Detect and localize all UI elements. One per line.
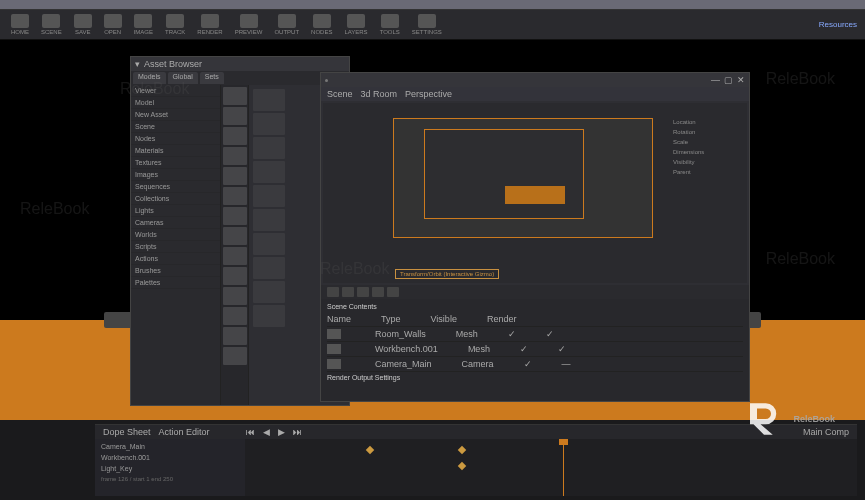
asset-thumb-large[interactable] [253,113,285,135]
asset-thumb-large[interactable] [253,233,285,255]
toolbar-btn[interactable]: NODES [308,13,335,36]
toolbar-btn[interactable]: PREVIEW [232,13,266,36]
tab-actioneditor[interactable]: Action Editor [159,427,210,437]
toolbar-btn[interactable]: IMAGE [131,13,156,36]
tree-item[interactable]: Viewer [131,85,220,97]
tree-item[interactable]: Lights [131,205,220,217]
timeline-track-area[interactable] [245,439,857,496]
prop-row[interactable]: Dimensions [671,148,743,156]
track-item[interactable]: Camera_Main [97,441,243,452]
3d-viewport[interactable]: Transform/Orbit (Interactive Gizmo) Loca… [323,103,747,283]
transport-back-icon[interactable]: ◀ [263,427,270,437]
list-item[interactable]: Workbench.001Mesh✓✓ [327,342,743,357]
tree-item[interactable]: Cameras [131,217,220,229]
toolbar-btn[interactable]: SETTINGS [409,13,445,36]
list-header: Name Type Visible Render [327,312,743,327]
asset-thumb-large[interactable] [253,89,285,111]
tree-item[interactable]: Worlds [131,229,220,241]
tab-models[interactable]: Models [133,72,166,84]
transport-last-icon[interactable]: ⏭ [293,427,302,437]
window-menu-icon[interactable] [325,79,328,82]
toolbar-btn[interactable]: TOOLS [377,13,403,36]
asset-thumb[interactable] [223,87,247,105]
crumb[interactable]: Perspective [405,89,452,99]
asset-thumb[interactable] [223,187,247,205]
asset-thumb-large[interactable] [253,137,285,159]
tree-item[interactable]: Collections [131,193,220,205]
close-icon[interactable]: ✕ [737,75,745,85]
asset-thumb[interactable] [223,127,247,145]
tree-item[interactable]: New Asset [131,109,220,121]
asset-thumb[interactable] [223,307,247,325]
prop-row[interactable]: Visibility [671,158,743,166]
tree-item[interactable]: Images [131,169,220,181]
asset-thumb[interactable] [223,107,247,125]
keyframe-icon[interactable] [458,446,466,454]
shading-icon[interactable] [387,287,399,297]
asset-thumb-large[interactable] [253,209,285,231]
toolbar-btn[interactable]: HOME [8,13,32,36]
scale-tool-icon[interactable] [357,287,369,297]
asset-thumb[interactable] [223,147,247,165]
transport-play-icon[interactable]: ▶ [278,427,285,437]
tree-item[interactable]: Scripts [131,241,220,253]
tree-item[interactable]: Scene [131,121,220,133]
minimize-icon[interactable]: — [711,75,720,85]
resources-link[interactable]: Resources [819,20,857,29]
asset-thumb[interactable] [223,327,247,345]
tree-item[interactable]: Sequences [131,181,220,193]
toolbar-btn[interactable]: TRACK [162,13,188,36]
workbench-mesh[interactable] [505,186,565,204]
playhead[interactable] [563,439,564,496]
snap-icon[interactable] [372,287,384,297]
track-item[interactable]: Light_Key [97,463,243,474]
tab-dopesheet[interactable]: Dope Sheet [103,427,151,437]
tree-item[interactable]: Actions [131,253,220,265]
toolbar-btn[interactable]: SCENE [38,13,65,36]
tree-item[interactable]: Nodes [131,133,220,145]
asset-thumb[interactable] [223,167,247,185]
toolbar-btn[interactable]: OPEN [101,13,125,36]
toolbar-btn[interactable]: OUTPUT [271,13,302,36]
move-tool-icon[interactable] [327,287,339,297]
crumb[interactable]: 3d Room [361,89,398,99]
list-item[interactable]: Camera_MainCamera✓— [327,357,743,372]
asset-thumb[interactable] [223,227,247,245]
prop-row[interactable]: Location [671,118,743,126]
keyframe-icon[interactable] [366,446,374,454]
rotate-tool-icon[interactable] [342,287,354,297]
asset-thumb[interactable] [223,347,247,365]
keyframe-icon[interactable] [458,462,466,470]
panel-header[interactable]: — ▢ ✕ [321,73,749,87]
tab-global[interactable]: Global [168,72,198,84]
asset-thumb[interactable] [223,247,247,265]
tree-item[interactable]: Palettes [131,277,220,289]
asset-thumb-large[interactable] [253,161,285,183]
toolbar-btn[interactable]: RENDER [194,13,225,36]
track-item[interactable]: Workbench.001 [97,452,243,463]
asset-thumb-large[interactable] [253,185,285,207]
tree-item[interactable]: Materials [131,145,220,157]
tree-item[interactable]: Textures [131,157,220,169]
tree-item[interactable]: Model [131,97,220,109]
panel-header[interactable]: ▾ Asset Browser [131,57,349,71]
tab-sets[interactable]: Sets [200,72,224,84]
asset-thumb-large[interactable] [253,305,285,327]
asset-thumb-large[interactable] [253,281,285,303]
list-item[interactable]: Room_WallsMesh✓✓ [327,327,743,342]
panel-tabs: Models Global Sets [131,71,349,85]
asset-thumb[interactable] [223,207,247,225]
prop-row[interactable]: Rotation [671,128,743,136]
crumb[interactable]: Scene [327,89,353,99]
asset-thumb-large[interactable] [253,257,285,279]
prop-row[interactable]: Parent [671,168,743,176]
selection-frame [393,118,653,238]
maximize-icon[interactable]: ▢ [724,75,733,85]
asset-thumb[interactable] [223,267,247,285]
asset-thumb[interactable] [223,287,247,305]
toolbar-btn[interactable]: SAVE [71,13,95,36]
prop-row[interactable]: Scale [671,138,743,146]
tree-item[interactable]: Brushes [131,265,220,277]
toolbar-btn[interactable]: LAYERS [341,13,370,36]
transport-first-icon[interactable]: ⏮ [246,427,255,437]
